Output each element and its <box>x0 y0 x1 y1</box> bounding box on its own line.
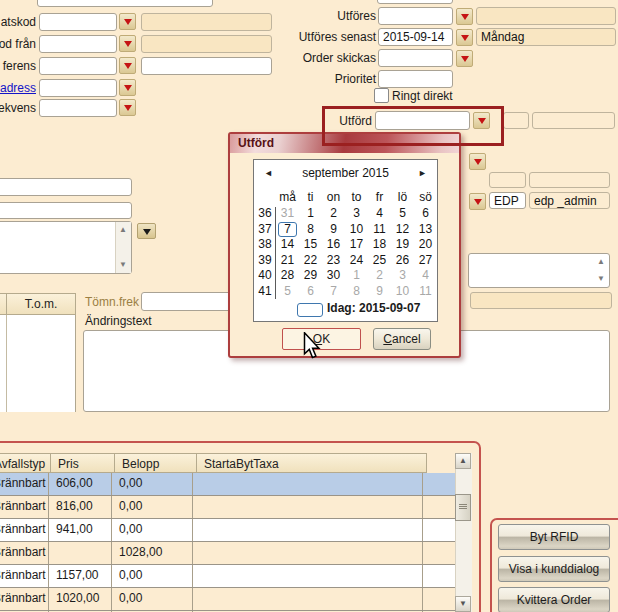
utford-dropdown-button[interactable] <box>473 112 490 129</box>
calendar-day[interactable]: 1 <box>299 206 322 222</box>
calendar-day[interactable]: 7 <box>322 284 345 300</box>
utford-field[interactable] <box>375 111 470 130</box>
clipped-field-top-right[interactable] <box>377 0 453 4</box>
table-scrollbar[interactable] <box>455 453 472 612</box>
calendar-day[interactable]: 20 <box>414 237 437 253</box>
text-field[interactable] <box>141 57 272 75</box>
calendar-day[interactable]: 2 <box>368 268 391 284</box>
calendar-day[interactable]: 6 <box>414 206 437 222</box>
text-field[interactable] <box>39 35 117 53</box>
calendar-day[interactable]: 4 <box>414 268 437 284</box>
text-field[interactable] <box>39 79 117 97</box>
text-field[interactable] <box>39 57 117 75</box>
table-scroll-thumb[interactable] <box>455 494 471 521</box>
text-field[interactable] <box>378 70 453 88</box>
dropdown-arrow-button[interactable] <box>119 57 136 74</box>
mid-left-field-2[interactable] <box>0 202 132 219</box>
calendar-day[interactable]: 9 <box>368 284 391 300</box>
dropdown-arrow-button[interactable] <box>119 13 136 30</box>
table-column-header[interactable]: Belopp <box>114 453 196 473</box>
text-field[interactable] <box>39 99 117 117</box>
dropdown-arrow-button[interactable] <box>456 8 473 25</box>
calendar-day[interactable]: 26 <box>391 253 414 269</box>
dropdown-arrow-button[interactable] <box>456 50 473 67</box>
scroll-down-icon[interactable]: ▼ <box>119 261 127 269</box>
calendar-day[interactable]: 2 <box>322 206 345 222</box>
cancel-button[interactable]: Cancel <box>373 328 431 350</box>
dropdown-arrow-button[interactable] <box>119 79 136 96</box>
calendar-day[interactable]: 10 <box>345 222 368 238</box>
calendar-day[interactable]: 8 <box>345 284 368 300</box>
calendar-day[interactable]: 14 <box>276 237 299 253</box>
calendar-day[interactable]: 23 <box>322 253 345 269</box>
calendar-day[interactable]: 6 <box>299 284 322 300</box>
table-row[interactable]: Brännbart1157,000,00 <box>0 565 455 588</box>
scroll-up-icon[interactable]: ▲ <box>119 226 127 234</box>
table-row[interactable]: Brännbart816,000,00 <box>0 496 455 519</box>
tomnfrek-field[interactable] <box>141 292 241 311</box>
calendar-day[interactable]: 12 <box>391 222 414 238</box>
calendar-today-row[interactable]: Idag: 2015-09-07 <box>254 301 437 317</box>
calendar-day[interactable]: 9 <box>322 222 345 238</box>
calendar-day[interactable]: 5 <box>276 284 299 300</box>
ringt-direkt-checkbox[interactable] <box>374 88 389 103</box>
calendar-day[interactable]: 4 <box>368 206 391 222</box>
dropdown-arrow-button[interactable] <box>456 29 473 46</box>
calendar-day[interactable]: 29 <box>299 268 322 284</box>
calendar-day[interactable]: 5 <box>391 206 414 222</box>
tom-column-header[interactable]: T.o.m. <box>6 293 76 315</box>
scroll-up-icon[interactable]: ▲ <box>597 258 605 266</box>
calendar-day[interactable]: 16 <box>322 237 345 253</box>
calendar-day[interactable]: 17 <box>345 237 368 253</box>
calendar-day[interactable]: 22 <box>299 253 322 269</box>
calendar-day[interactable]: 30 <box>322 268 345 284</box>
scroll-down-icon[interactable]: ▼ <box>597 275 605 283</box>
table-row[interactable]: Brännbart606,000,00 <box>0 473 455 496</box>
text-field[interactable] <box>39 13 117 31</box>
calendar-day[interactable]: 24 <box>345 253 368 269</box>
calendar-day[interactable]: 25 <box>368 253 391 269</box>
table-scroll-up-button[interactable]: ▲ <box>455 453 471 469</box>
calendar-day[interactable]: 13 <box>414 222 437 238</box>
combo-drop-button[interactable] <box>137 223 156 239</box>
mid-left-field-1[interactable] <box>0 178 132 196</box>
dialog-title-bar[interactable]: Utförd <box>230 134 459 153</box>
dropdown-arrow-button[interactable] <box>119 99 136 116</box>
calendar-day[interactable]: 31 <box>276 206 299 222</box>
tom-grid-body[interactable] <box>0 315 76 412</box>
adress-link[interactable]: adress <box>0 81 36 95</box>
table-column-header[interactable]: Pris <box>50 453 114 473</box>
ok-button[interactable]: OK <box>282 328 361 350</box>
table-column-header[interactable]: StartaBytTaxa <box>196 453 427 473</box>
table-column-header[interactable]: Avfallstyp <box>0 453 50 473</box>
table-row[interactable]: Brännbart1020,000,00 <box>0 588 455 611</box>
dropdown-arrow-button[interactable] <box>119 35 136 52</box>
calendar-day[interactable]: 3 <box>345 206 368 222</box>
calendar-day[interactable]: 1 <box>345 268 368 284</box>
calendar-day[interactable]: 15 <box>299 237 322 253</box>
calendar-day[interactable]: 21 <box>276 253 299 269</box>
dropdown-button-2[interactable] <box>469 153 486 170</box>
calendar-day[interactable]: 3 <box>391 268 414 284</box>
calendar-day[interactable]: 28 <box>276 268 299 284</box>
calendar-day[interactable]: 27 <box>414 253 437 269</box>
calendar-day[interactable]: 19 <box>391 237 414 253</box>
table-scroll-down-button[interactable]: ▼ <box>455 596 471 612</box>
calendar-day[interactable]: 18 <box>368 237 391 253</box>
mid-left-textarea[interactable]: ▲ ▼ <box>0 221 132 274</box>
right-listbox[interactable]: ▲ ▼ <box>468 253 610 288</box>
text-field[interactable] <box>378 49 453 67</box>
kvittera-order-button[interactable]: Kvittera Order <box>498 587 610 612</box>
edp-code-field[interactable]: EDP <box>489 192 526 209</box>
text-field[interactable]: 2015-09-14 <box>378 28 453 46</box>
text-field[interactable] <box>378 7 453 25</box>
calendar-day[interactable]: 11 <box>414 284 437 300</box>
calendar-day[interactable]: 8 <box>299 222 322 238</box>
clipped-field-top-left[interactable] <box>37 0 213 7</box>
byt-rfid-button[interactable]: Byt RFID <box>498 524 610 550</box>
table-row[interactable]: Brännbart941,000,00 <box>0 519 455 542</box>
table-row[interactable]: Brännbart1028,00 <box>0 542 455 565</box>
edp-dropdown-button[interactable] <box>469 193 486 210</box>
visa-i-kunddialog-button[interactable]: Visa i kunddialog <box>498 556 610 582</box>
calendar-day[interactable]: 7 <box>278 222 297 237</box>
